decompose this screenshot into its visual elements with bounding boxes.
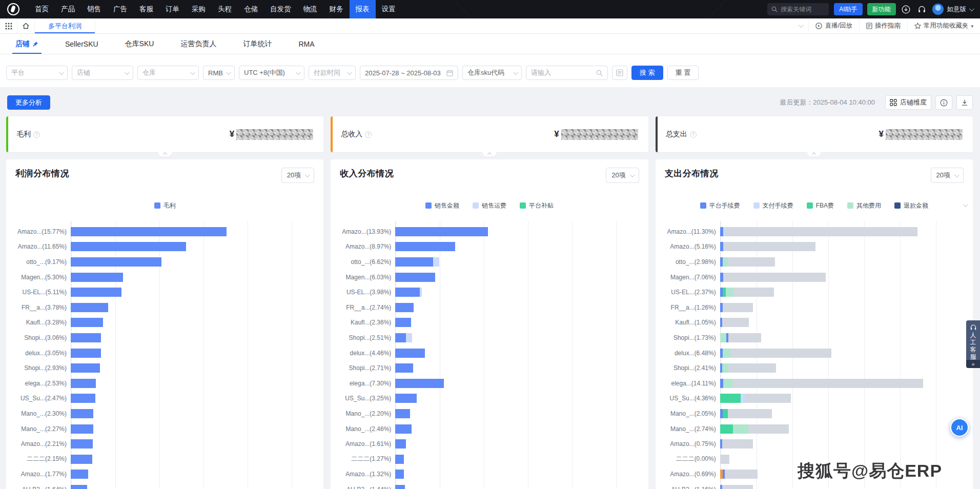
time-type-select[interactable]: 付款时间 [309,66,356,80]
dimension-switch-button[interactable]: 店铺维度 [885,95,931,110]
tab-label: 仓库SKU [125,39,154,49]
pagebar-link-操作指南[interactable]: 操作指南 [859,18,907,33]
nav-item-销售[interactable]: 销售 [81,0,107,18]
nav-item-财务[interactable]: 财务 [323,0,350,18]
bar-segment [748,424,789,434]
bar-segment [71,455,92,464]
info-button[interactable] [935,95,952,110]
pagebar-link-直播/回放[interactable]: 直播/回放 [808,18,859,33]
tab-list-chevron-icon[interactable] [792,18,808,33]
reset-button[interactable]: 重 置 [667,66,699,80]
app-logo-icon[interactable] [7,3,19,15]
chart-row-bar [71,379,96,388]
nav-item-首页[interactable]: 首页 [29,0,55,18]
nav-item-报表[interactable]: 报表 [350,0,376,18]
currency-select[interactable]: RMB [203,66,235,80]
legend-overflow-chevron-icon[interactable] [963,201,967,209]
bar-segment [728,333,761,342]
new-feature-button[interactable]: 新功能 [867,3,896,15]
legend-item-平台手续费[interactable]: 平台手续费 [700,201,740,210]
nav-item-头程[interactable]: 头程 [212,0,238,18]
chart-panel-支出分布情况: 支出分布情况20项平台手续费支付手续费FBA费其他费用退款金额Amazo...(… [656,159,973,489]
chart-row-bar [71,303,108,312]
legend-item-退款金额[interactable]: 退款金额 [894,201,928,210]
nav-item-采购[interactable]: 采购 [186,0,212,18]
ai-assistant-button[interactable]: AI助手 [834,3,862,15]
bar-segment [733,424,748,434]
bar-segment [395,394,417,403]
pagebar-link-常用功能收藏夹[interactable]: 常用功能收藏夹▾ [907,18,980,33]
tab-订单统计[interactable]: 订单统计 [243,34,272,54]
collapse-sidebar-button[interactable]: » [966,360,980,368]
shop-select[interactable]: 店铺 [72,66,133,80]
card-collapse-handle[interactable] [482,152,497,157]
export-button[interactable] [956,95,973,110]
global-search-input[interactable]: 搜索关键词 [767,3,829,15]
help-icon[interactable]: ? [33,131,40,138]
search-button[interactable]: 搜 索 [631,66,663,80]
nav-item-产品[interactable]: 产品 [55,0,81,18]
headset-support-icon[interactable] [916,4,928,15]
legend-item-支付手续费[interactable]: 支付手续费 [753,201,793,210]
nav-item-客服[interactable]: 客服 [133,0,159,18]
home-icon[interactable] [17,18,35,33]
warehouse-select[interactable]: 仓库 [137,66,199,80]
chart-row: elega...(2.53%) [15,376,314,391]
chart-row: Amazo...(13.93%) [340,224,639,239]
nav-item-物流[interactable]: 物流 [297,0,323,18]
sku-code-type-select[interactable]: 仓库sku代码 [462,66,522,80]
legend-item-其他费用[interactable]: 其他费用 [847,201,881,210]
chart-row-label: otto_...(6.62%) [340,258,391,266]
version-menu[interactable]: 如意版 [947,5,973,14]
apps-grid-icon[interactable] [0,18,17,33]
chart-row: Amazo...(11.30%) [665,224,964,239]
bar-segment [71,257,161,267]
help-icon[interactable]: ? [690,131,697,138]
tab-RMA[interactable]: RMA [298,34,314,54]
legend-item-销售金额[interactable]: 销售金额 [425,201,459,210]
user-avatar[interactable] [932,4,944,15]
kpi-title-text: 总收入 [341,130,362,139]
filter-bar: 平台 店铺 仓库 RMB UTC +8(中国) 付款时间 2025-07-28 … [0,54,980,87]
tab-label: RMA [298,40,314,48]
chart-row-label: otto_...(9.17%) [15,258,67,266]
card-collapse-handle[interactable] [158,152,172,157]
batch-input-button[interactable] [612,66,627,80]
top-n-select[interactable]: 20项 [606,168,639,183]
top-n-select[interactable]: 20项 [931,168,964,183]
tab-运营负责人[interactable]: 运营负责人 [180,34,216,54]
open-page-tab-multi-platform-profit[interactable]: 多平台利润 [35,18,95,33]
more-analysis-button[interactable]: 更多分析 [7,95,50,110]
legend-item-毛利[interactable]: 毛利 [154,201,176,210]
timezone-select[interactable]: UTC +8(中国) [239,66,304,80]
nav-item-订单[interactable]: 订单 [159,0,186,18]
chart-row: Shopi...(2.71%) [340,360,639,376]
legend-item-平台补贴[interactable]: 平台补贴 [520,201,554,210]
nav-item-自发货[interactable]: 自发货 [264,0,297,18]
bar-segment [723,257,728,267]
platform-select[interactable]: 平台 [6,66,68,80]
bar-segment [71,318,103,327]
download-client-icon[interactable] [901,4,912,15]
chart-panel-收入分布情况: 收入分布情况20项销售金额销售运费平台补贴Amazo...(13.93%)Ama… [331,159,648,489]
help-icon[interactable]: ? [365,131,372,138]
tab-仓库SKU[interactable]: 仓库SKU [125,34,154,54]
legend-label: 其他费用 [856,201,881,210]
top-n-select[interactable]: 20项 [281,168,314,183]
nav-item-广告[interactable]: 广告 [107,0,133,18]
legend-item-FBA费[interactable]: FBA费 [807,201,834,210]
tab-SellerSKU[interactable]: SellerSKU [65,34,98,54]
nav-item-仓储[interactable]: 仓储 [238,0,264,18]
date-range-picker[interactable]: 2025-07-28 ~ 2025-08-03 [360,66,458,80]
nav-item-设置[interactable]: 设置 [376,0,402,18]
chart-row-label: Amazo...(15.77%) [15,228,67,235]
tab-店铺[interactable]: 店铺 [15,34,38,54]
ai-floating-button[interactable]: AI [950,418,969,437]
card-collapse-handle[interactable] [807,152,821,157]
chart-legend: 平台手续费支付手续费FBA费其他费用退款金额 [665,201,964,210]
bar-segment [71,363,100,373]
pin-icon[interactable] [32,41,38,47]
legend-item-销售运费[interactable]: 销售运费 [473,201,506,210]
sku-code-input[interactable]: 请输入 [526,66,608,80]
customer-service-tab[interactable]: 人工客服 [966,320,980,363]
